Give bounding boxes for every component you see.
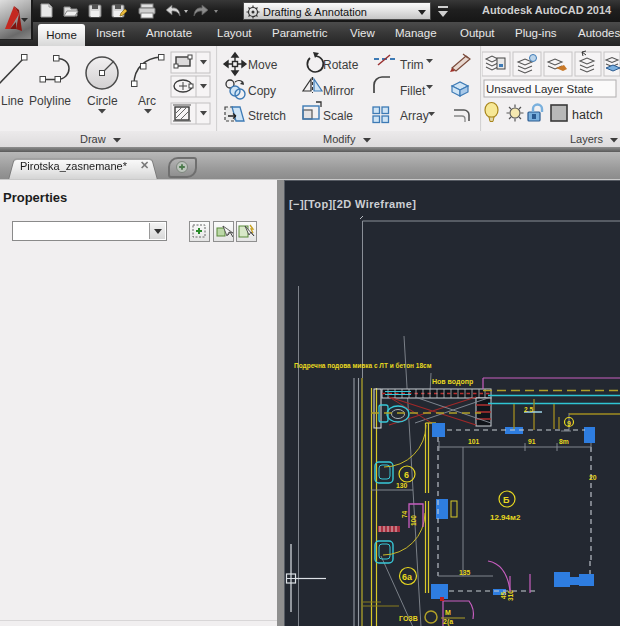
svg-text:20: 20 (589, 474, 597, 481)
svg-text:130: 130 (396, 482, 408, 489)
svg-text:2 5: 2 5 (524, 406, 533, 413)
svg-text:Б: Б (503, 495, 510, 505)
svg-text:Unsaved Layer State: Unsaved Layer State (486, 83, 593, 95)
svg-text:135: 135 (459, 569, 471, 576)
svg-text:8m: 8m (559, 438, 569, 445)
svg-text:91: 91 (528, 438, 536, 445)
svg-text:74: 74 (401, 510, 408, 518)
svg-text:Нов водопр: Нов водопр (432, 378, 473, 386)
svg-text:hatch: hatch (572, 108, 603, 122)
svg-text:Подречна подова мивка с ЛТ и б: Подречна подова мивка с ЛТ и бетон 18см (294, 362, 432, 370)
svg-text:6: 6 (404, 470, 409, 480)
svg-text:9: 9 (567, 420, 571, 427)
svg-text:12.94м2: 12.94м2 (490, 513, 521, 522)
svg-text:6a: 6a (402, 572, 413, 582)
svg-text:2(а: 2(а (443, 618, 453, 626)
svg-text:45: 45 (500, 591, 507, 599)
svg-text:101: 101 (468, 438, 480, 445)
svg-text:100: 100 (410, 515, 417, 526)
svg-text:М: М (445, 609, 451, 616)
svg-text:ГОЗВ: ГОЗВ (399, 615, 418, 622)
svg-text:[−][Top][2D Wireframe]: [−][Top][2D Wireframe] (289, 198, 416, 210)
